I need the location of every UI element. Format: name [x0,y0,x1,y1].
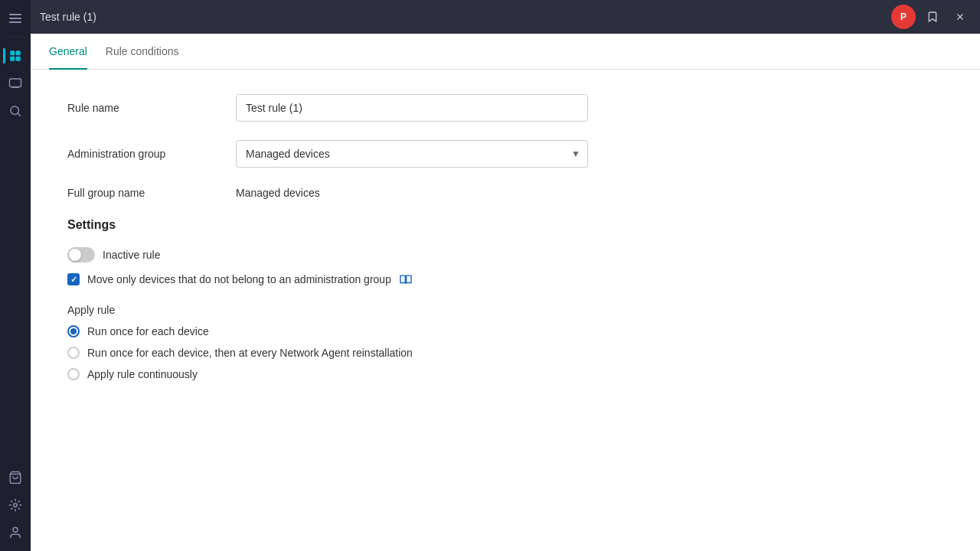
move-devices-checkbox[interactable] [67,273,80,285]
topbar-actions: P [891,5,971,29]
move-devices-row: Move only devices that do not belong to … [67,273,943,285]
radio-run-once-reinstall[interactable] [67,347,80,359]
full-group-name-value: Managed devices [236,187,320,199]
main-area: Test rule (1) P General Rule conditions [31,0,980,551]
apply-rule-label: Apply rule [67,304,943,316]
radio-row-run-once-reinstall: Run once for each device, then at every … [67,347,943,359]
svg-rect-2 [9,21,21,23]
admin-group-select-wrapper: Managed devices Group 1 Group 2 ▼ [236,140,588,168]
info-book-icon[interactable] [399,274,413,285]
svg-point-9 [11,106,19,115]
svg-rect-4 [16,51,21,55]
sidebar [0,0,31,551]
move-devices-label: Move only devices that do not belong to … [87,273,391,285]
rule-name-label: Rule name [67,102,236,114]
settings-title: Settings [67,218,943,232]
sidebar-divider-1 [6,37,24,37]
radio-run-once[interactable] [67,325,80,337]
admin-group-select[interactable]: Managed devices Group 1 Group 2 [236,140,588,168]
close-button[interactable] [949,6,971,28]
admin-group-row: Administration group Managed devices Gro… [67,140,943,168]
svg-rect-3 [10,51,15,55]
inactive-rule-row: Inactive rule [67,247,943,262]
admin-group-control: Managed devices Group 1 Group 2 ▼ [236,140,588,168]
radio-run-once-label: Run once for each device [87,325,209,337]
sidebar-item-search[interactable] [3,99,28,123]
svg-rect-0 [9,14,21,15]
radio-row-continuously: Apply rule continuously [67,368,943,380]
full-group-name-row: Full group name Managed devices [67,186,943,200]
radio-run-once-reinstall-label: Run once for each device, then at every … [87,347,413,359]
svg-point-13 [13,527,18,532]
radio-continuously[interactable] [67,368,80,380]
rule-name-control [236,94,588,122]
rule-name-input[interactable] [236,94,588,122]
settings-section: Settings Inactive rule Move only devices… [67,218,943,285]
radio-continuously-label: Apply rule continuously [87,368,198,380]
svg-rect-7 [10,79,21,87]
apply-rule-section: Apply rule Run once for each device Run … [67,304,943,380]
avatar-button[interactable]: P [891,5,916,29]
topbar: Test rule (1) P [31,0,980,34]
svg-rect-1 [9,18,21,19]
bookmark-button[interactable] [922,6,943,28]
svg-line-10 [18,113,20,116]
admin-group-label: Administration group [67,148,236,160]
svg-rect-5 [10,57,15,61]
svg-rect-6 [16,57,21,61]
svg-rect-8 [12,87,19,89]
topbar-title: Test rule (1) [40,11,885,23]
active-indicator [3,48,5,64]
form-area: Rule name Administration group Managed d… [31,70,980,551]
sidebar-item-store[interactable] [3,465,28,490]
inactive-rule-label: Inactive rule [103,249,160,261]
sidebar-item-devices[interactable] [3,71,28,96]
toggle-knob [69,249,81,261]
full-group-name-value-wrapper: Managed devices [236,186,588,200]
sidebar-item-config[interactable] [3,493,28,517]
content-panel: General Rule conditions Rule name Admini… [31,34,980,551]
tab-rule-conditions[interactable]: Rule conditions [106,34,179,70]
radio-row-run-once: Run once for each device [67,325,943,337]
sidebar-item-users[interactable] [3,520,28,545]
rule-name-row: Rule name [67,94,943,122]
tabs-bar: General Rule conditions [31,34,980,70]
sidebar-item-dashboard[interactable] [3,44,28,68]
svg-point-12 [14,504,18,507]
tab-general[interactable]: General [49,34,87,70]
full-group-name-label: Full group name [67,187,236,199]
sidebar-menu-toggle[interactable] [3,6,28,31]
inactive-rule-toggle[interactable] [67,247,95,262]
